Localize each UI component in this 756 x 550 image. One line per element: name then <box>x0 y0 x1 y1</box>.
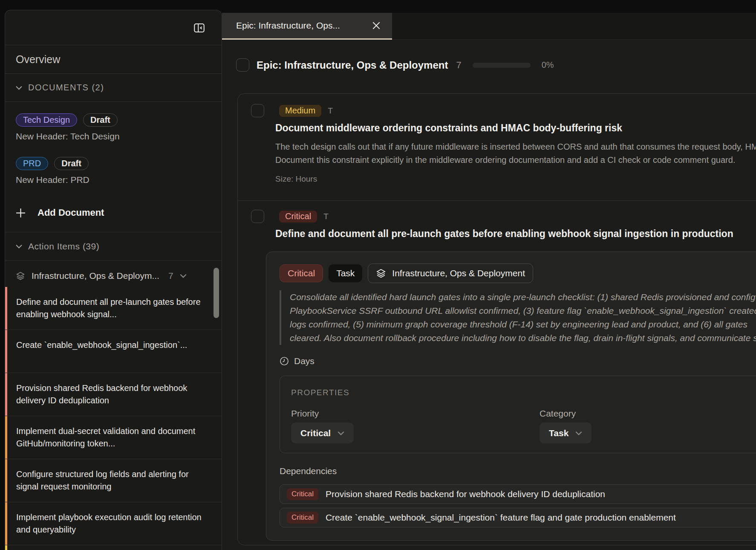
layers-icon <box>16 271 25 281</box>
task-row[interactable]: Critical T Define and document all pre-l… <box>238 201 756 541</box>
chevron-down-icon <box>16 244 22 249</box>
severity-bar <box>5 330 7 373</box>
list-item[interactable]: Implement dual-secret validation and doc… <box>5 416 222 459</box>
documents-header-label: DOCUMENTS (2) <box>28 83 104 93</box>
priority-dropdown[interactable]: Critical <box>291 423 354 443</box>
action-items-header-label: Action Items (39) <box>28 241 99 252</box>
type-badge: Task <box>329 264 362 282</box>
priority-field-label: Priority <box>291 408 540 419</box>
dependencies-header: Dependencies <box>280 466 756 476</box>
chevron-down-icon <box>575 431 582 435</box>
layers-icon <box>376 268 386 278</box>
document-item[interactable]: Tech Design Draft New Header: Tech Desig… <box>16 113 211 142</box>
task-description: The tech design calls out that if any fu… <box>275 140 756 167</box>
dependency-priority-badge: Critical <box>287 512 318 524</box>
document-title[interactable]: New Header: PRD <box>16 175 211 185</box>
list-item[interactable]: Create `enable_webhook_signal_ingestion`… <box>5 330 222 373</box>
dependency-item[interactable]: Critical Create `enable_webhook_signal_i… <box>280 508 756 527</box>
task-type-letter: T <box>328 106 333 116</box>
severity-bar <box>5 373 7 416</box>
sidebar-item-overview[interactable]: Overview <box>5 45 222 74</box>
document-status-badge: Draft <box>54 157 89 170</box>
chevron-down-icon[interactable] <box>180 274 187 278</box>
priority-dropdown-value: Critical <box>300 428 331 438</box>
group-badge-label: Infrastructure, Ops & Deployment <box>392 268 525 278</box>
category-field-label: Category <box>540 408 592 419</box>
category-dropdown[interactable]: Task <box>540 423 592 443</box>
epic-task-list-card: Medium T Document middleware ordering co… <box>237 93 756 545</box>
tab-epic-infrastructure[interactable]: Epic: Infrastructure, Ops... <box>222 13 392 40</box>
list-item[interactable]: Provision shared Redis backend for webho… <box>5 373 222 416</box>
severity-bar <box>5 459 7 502</box>
dependency-priority-badge: Critical <box>287 488 318 500</box>
task-row[interactable]: Medium T Document middleware ordering co… <box>238 94 756 200</box>
priority-badge: Critical <box>279 211 317 223</box>
document-type-badge: Tech Design <box>16 113 77 127</box>
documents-section-header[interactable]: DOCUMENTS (2) <box>5 74 222 102</box>
priority-badge: Critical <box>280 264 323 282</box>
app-window: Overview DOCUMENTS (2) Tech Design Draft… <box>0 0 756 550</box>
properties-header: PROPERTIES <box>291 388 756 397</box>
collapse-sidebar-button[interactable] <box>193 21 205 34</box>
epic-header: Epic: Infrastructure, Ops & Deployment 7… <box>236 58 554 72</box>
document-title[interactable]: New Header: Tech Design <box>16 131 211 142</box>
plus-icon <box>16 208 26 218</box>
epic-checkbox[interactable] <box>236 58 249 72</box>
duration-row: Days <box>280 356 756 366</box>
sidebar-top-bar <box>5 10 222 45</box>
task-checkbox[interactable] <box>251 104 264 117</box>
tab-bar: Epic: Infrastructure, Ops... <box>222 13 756 40</box>
overview-label: Overview <box>16 53 60 66</box>
list-item[interactable]: Define and document all pre-launch gates… <box>5 287 222 330</box>
task-type-letter: T <box>323 212 329 221</box>
task-title[interactable]: Document middleware ordering constraints… <box>275 122 756 134</box>
task-detail-panel: Critical Task Infrastructure, Ops & Depl… <box>266 252 756 541</box>
task-description-quote: Consolidate all identified hard launch g… <box>280 290 756 345</box>
dependency-item[interactable]: Critical Provision shared Redis backend … <box>280 484 756 504</box>
clock-icon <box>280 356 289 366</box>
dependency-label: Provision shared Redis backend for webho… <box>326 489 605 499</box>
category-dropdown-value: Task <box>549 428 568 438</box>
epic-progress-percent: 0% <box>542 60 554 70</box>
epic-task-count: 7 <box>456 60 461 71</box>
dependency-label: Create `enable_webhook_signal_ingestion`… <box>326 512 676 523</box>
sidebar-scrollbar[interactable] <box>214 268 219 318</box>
action-items-list: Define and document all pre-launch gates… <box>5 287 222 550</box>
severity-bar <box>5 416 7 459</box>
task-title[interactable]: Define and document all pre-launch gates… <box>275 228 756 240</box>
document-status-badge: Draft <box>83 113 118 127</box>
group-count: 7 <box>168 271 173 281</box>
sidebar: Overview DOCUMENTS (2) Tech Design Draft… <box>5 10 222 550</box>
epic-progress-bar <box>473 63 531 68</box>
duration-label: Days <box>294 356 315 366</box>
detail-badge-row: Critical Task Infrastructure, Ops & Depl… <box>280 263 756 283</box>
list-item[interactable]: Configure structured log fields and aler… <box>5 459 222 502</box>
task-size: Size: Hours <box>275 174 756 200</box>
task-checkbox[interactable] <box>251 210 264 223</box>
group-badge[interactable]: Infrastructure, Ops & Deployment <box>368 263 533 283</box>
epic-title: Epic: Infrastructure, Ops & Deployment <box>257 59 448 71</box>
document-type-badge: PRD <box>16 157 48 170</box>
add-document-button[interactable]: Add Document <box>16 207 211 218</box>
document-item[interactable]: PRD Draft New Header: PRD <box>16 157 211 185</box>
properties-box: PROPERTIES Priority Critical <box>280 376 756 453</box>
main-content: Epic: Infrastructure, Ops & Deployment 7… <box>222 40 756 550</box>
panel-collapse-icon <box>193 22 205 34</box>
list-item[interactable] <box>5 545 222 550</box>
priority-badge: Medium <box>279 105 321 117</box>
severity-bar <box>5 545 7 550</box>
close-icon[interactable] <box>372 21 381 30</box>
action-items-section-header[interactable]: Action Items (39) <box>5 232 222 261</box>
chevron-down-icon <box>338 431 344 435</box>
severity-bar <box>5 502 7 545</box>
chevron-down-icon <box>16 86 22 90</box>
add-document-label: Add Document <box>38 207 104 218</box>
list-item[interactable]: Implement playbook execution audit log r… <box>5 502 222 545</box>
severity-bar <box>5 287 7 330</box>
group-label: Infrastructure, Ops & Deploym... <box>32 271 159 281</box>
action-items-group-row[interactable]: Infrastructure, Ops & Deploym... 7 <box>5 261 222 287</box>
tab-label: Epic: Infrastructure, Ops... <box>236 20 364 31</box>
documents-list: Tech Design Draft New Header: Tech Desig… <box>5 102 222 232</box>
